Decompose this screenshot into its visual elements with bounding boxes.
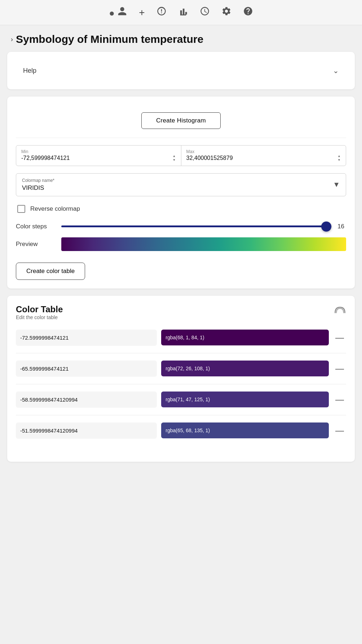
max-field: Max 32,400001525879 ▲ ▼ [181, 146, 346, 166]
min-value[interactable]: -72,599998474121 [21, 155, 70, 161]
color-picker-button[interactable]: rgba(72, 26, 108, 1) [161, 361, 329, 376]
preview-row: Preview [16, 237, 346, 251]
page-title: Symbology of Minimum temperature [16, 33, 203, 45]
color-table-row: rgba(65, 68, 135, 1) — [16, 422, 346, 446]
reverse-colormap-row: Reverse colormap [16, 205, 346, 213]
top-bar: ● + [0, 0, 362, 25]
process-icon[interactable] [156, 6, 167, 19]
color-table-row: rgba(71, 47, 125, 1) — [16, 392, 346, 415]
remove-row-button[interactable]: — [333, 424, 346, 437]
back-chevron[interactable]: › [11, 36, 13, 43]
color-picker-button[interactable]: rgba(65, 68, 135, 1) [161, 422, 329, 438]
color-steps-label: Color steps [16, 223, 56, 230]
colormap-value: VIRIDIS [22, 184, 44, 191]
preview-label: Preview [16, 241, 56, 248]
page-content: › Symbology of Minimum temperature Help … [0, 25, 362, 483]
color-value-input[interactable] [16, 361, 157, 377]
colormap-label: Colormap name* [22, 178, 54, 183]
color-steps-slider-track[interactable] [61, 225, 332, 227]
create-histogram-button[interactable]: Create Histogram [141, 112, 221, 129]
preview-colorbar [61, 237, 346, 251]
add-icon[interactable]: + [139, 7, 145, 18]
remove-row-button[interactable]: — [333, 362, 346, 375]
max-value[interactable]: 32,400001525879 [186, 155, 233, 161]
rainbow-icon[interactable] [334, 304, 346, 316]
slider-thumb[interactable] [321, 222, 331, 232]
help-label: Help [23, 67, 36, 75]
color-steps-value: 16 [337, 223, 346, 230]
slider-fill [61, 225, 326, 227]
create-color-table-button[interactable]: Create color table [16, 263, 85, 280]
settings-icon[interactable] [221, 6, 231, 19]
min-label: Min [21, 149, 176, 154]
color-value-input[interactable] [16, 392, 157, 408]
color-rows-container: rgba(68, 1, 84, 1) — rgba(72, 26, 108, 1… [16, 330, 346, 446]
remove-row-button[interactable]: — [333, 331, 346, 344]
settings-card: Create Histogram Min -72,599998474121 ▲ … [7, 97, 355, 289]
help-card: Help ⌄ [7, 52, 355, 89]
color-table-card: Color Table Edit the color table rgba(68… [7, 296, 355, 462]
max-label: Max [186, 149, 341, 154]
color-table-header: Color Table Edit the color table [16, 304, 346, 327]
colormap-chevron-icon: ▼ [333, 180, 340, 189]
user-icon[interactable]: ● [109, 6, 127, 19]
help-chevron-icon: ⌄ [333, 66, 339, 75]
color-table-row: rgba(72, 26, 108, 1) — [16, 361, 346, 384]
color-steps-row: Color steps 16 [16, 223, 346, 230]
color-picker-button[interactable]: rgba(68, 1, 84, 1) [161, 330, 329, 345]
max-spinner[interactable]: ▲ ▼ [337, 154, 341, 162]
color-picker-button[interactable]: rgba(71, 47, 125, 1) [161, 392, 329, 407]
help-icon[interactable] [243, 6, 253, 19]
chart-icon[interactable] [178, 6, 188, 19]
colormap-dropdown[interactable]: Colormap name* VIRIDIS ▼ [16, 173, 346, 196]
reverse-colormap-checkbox[interactable] [17, 205, 25, 213]
min-field: Min -72,599998474121 ▲ ▼ [16, 146, 181, 166]
reverse-colormap-label: Reverse colormap [30, 205, 80, 213]
color-table-row: rgba(68, 1, 84, 1) — [16, 330, 346, 353]
minmax-wrapper: Min -72,599998474121 ▲ ▼ Max 32,40000152… [16, 145, 346, 166]
remove-row-button[interactable]: — [333, 393, 346, 406]
help-toggle[interactable]: Help ⌄ [16, 61, 346, 81]
page-header: › Symbology of Minimum temperature [7, 25, 355, 52]
color-table-title: Color Table [16, 304, 63, 314]
min-spinner[interactable]: ▲ ▼ [173, 154, 176, 162]
clock-icon[interactable] [200, 6, 210, 19]
color-value-input[interactable] [16, 330, 157, 346]
color-table-subtitle: Edit the color table [16, 314, 63, 320]
color-value-input[interactable] [16, 422, 157, 439]
